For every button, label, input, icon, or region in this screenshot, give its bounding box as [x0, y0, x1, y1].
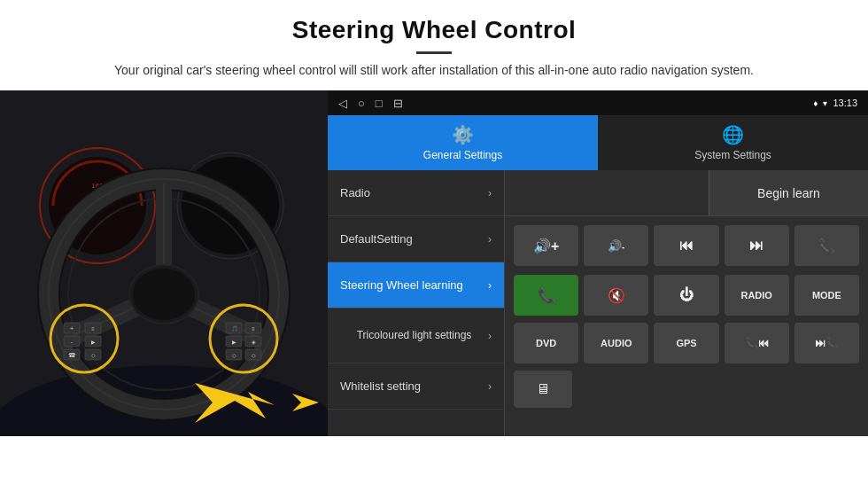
vol-down-button[interactable]: 🔊-	[584, 225, 648, 266]
gps-button[interactable]: GPS	[654, 323, 718, 363]
tab-system[interactable]: 🌐 System Settings	[598, 115, 868, 170]
menu-item-whitelist[interactable]: Whitelist setting ›	[328, 363, 504, 410]
next-track-button[interactable]: ⏭	[725, 225, 789, 266]
chevron-right-icon: ›	[488, 279, 492, 292]
svg-text:☎: ☎	[68, 352, 76, 358]
begin-learn-label: Begin learn	[757, 186, 820, 200]
audio-label: AUDIO	[601, 338, 632, 348]
power-button[interactable]: ⏻	[654, 275, 718, 316]
dvd-button[interactable]: DVD	[514, 323, 578, 363]
call-icon: 📞	[818, 238, 835, 254]
menu-default-label: DefaultSetting	[340, 232, 488, 246]
svg-text:◈: ◈	[252, 340, 256, 345]
mode-label: MODE	[812, 290, 841, 301]
call-next-button[interactable]: ⏭📞	[794, 323, 859, 363]
nav-icons: ◁ ○ □ ⊟	[338, 97, 403, 110]
back-icon[interactable]: ◁	[338, 97, 347, 110]
menu-steering-label: Steering Wheel learning	[340, 278, 488, 292]
signal-icon: ▾	[823, 98, 827, 108]
menu-tricoloured-label: Tricoloured light settings	[340, 329, 488, 343]
vol-up-icon: 🔊+	[533, 238, 559, 254]
page-subtitle: Your original car's steering wheel contr…	[53, 61, 815, 80]
vol-up-button[interactable]: 🔊+	[514, 225, 578, 266]
menu-whitelist-label: Whitelist setting	[340, 379, 488, 393]
next-track-icon: ⏭	[749, 238, 763, 254]
gps-label: GPS	[676, 338, 696, 348]
prev-track-button[interactable]: ⏮	[654, 225, 718, 266]
time-display: 13:13	[833, 98, 857, 108]
page-title: Steering Wheel Control	[53, 16, 815, 44]
settings-panel: Begin learn 🔊+ 🔊- ⏮ ⏭	[505, 170, 868, 436]
tab-general[interactable]: ⚙️ General Settings	[328, 115, 598, 170]
control-buttons-row4: 🖥	[505, 371, 868, 413]
chevron-right-icon: ›	[488, 187, 492, 199]
control-buttons-row1: 🔊+ 🔊- ⏮ ⏭ 📞	[505, 216, 868, 275]
menu-item-default[interactable]: DefaultSetting ›	[328, 216, 504, 262]
chevron-right-icon: ›	[488, 330, 492, 342]
answer-icon: 📞	[538, 287, 555, 304]
menu-item-tricoloured[interactable]: Tricoloured light settings ›	[328, 309, 504, 363]
radio-label: RADIO	[740, 290, 771, 301]
svg-text:▶: ▶	[91, 340, 96, 345]
settings-menu: Radio › DefaultSetting › Steering Wheel …	[328, 170, 505, 436]
title-divider	[416, 51, 452, 54]
location-icon: ♦	[813, 98, 818, 108]
recents-icon[interactable]: □	[376, 97, 383, 110]
radio-button[interactable]: RADIO	[725, 275, 789, 316]
chevron-right-icon: ›	[488, 380, 492, 393]
svg-point-20	[133, 269, 195, 320]
menu-icon[interactable]: ⊟	[393, 97, 403, 110]
mode-button[interactable]: MODE	[794, 275, 859, 316]
screen-icon: 🖥	[536, 381, 550, 397]
vol-down-icon: 🔊-	[608, 239, 624, 253]
android-unit: ◁ ○ □ ⊟ ♦ ▾ 13:13 ⚙️ General Settings 🌐 …	[328, 90, 868, 436]
control-buttons-row3: DVD AUDIO GPS 📞⏮ ⏭📞	[505, 323, 868, 371]
prev-track-icon: ⏮	[679, 238, 694, 254]
svg-text:◇: ◇	[232, 353, 236, 358]
svg-text:+: +	[70, 325, 74, 332]
answer-button[interactable]: 📞	[514, 275, 578, 316]
begin-learn-button[interactable]: Begin learn	[709, 170, 868, 215]
call-prev-icon: 📞⏮	[745, 337, 769, 349]
settings-content: Radio › DefaultSetting › Steering Wheel …	[328, 170, 868, 436]
main-content: 160 km/h	[0, 90, 868, 436]
system-settings-icon: 🌐	[722, 124, 744, 145]
status-bar: ◁ ○ □ ⊟ ♦ ▾ 13:13	[328, 90, 868, 115]
dvd-label: DVD	[536, 338, 556, 348]
status-icons: ♦ ▾ 13:13	[813, 98, 857, 108]
home-icon[interactable]: ○	[358, 97, 365, 110]
call-button[interactable]: 📞	[794, 225, 859, 266]
svg-text:◇: ◇	[91, 353, 96, 358]
call-prev-button[interactable]: 📞⏮	[725, 323, 789, 363]
car-image: 160 km/h	[0, 90, 328, 436]
general-settings-icon: ⚙️	[452, 124, 474, 145]
panel-empty-space	[505, 170, 709, 215]
svg-text:◇: ◇	[252, 353, 256, 358]
menu-radio-label: Radio	[340, 186, 488, 199]
page-header: Steering Wheel Control Your original car…	[0, 0, 868, 90]
menu-item-radio[interactable]: Radio ›	[328, 170, 504, 216]
menu-item-steering[interactable]: Steering Wheel learning ›	[328, 262, 504, 309]
audio-button[interactable]: AUDIO	[584, 323, 648, 363]
tab-bar: ⚙️ General Settings 🌐 System Settings	[328, 115, 868, 170]
panel-top-row: Begin learn	[505, 170, 868, 216]
tab-general-label: General Settings	[423, 149, 502, 161]
power-icon: ⏻	[679, 287, 694, 303]
mute-button[interactable]: 🔇	[584, 275, 648, 316]
svg-text:▶: ▶	[232, 340, 236, 345]
svg-text:🎵: 🎵	[231, 325, 238, 332]
control-buttons-row2: 📞 🔇 ⏻ RADIO MODE	[505, 275, 868, 323]
screen-button[interactable]: 🖥	[514, 371, 572, 408]
mute-icon: 🔇	[608, 287, 625, 304]
call-next-icon: ⏭📞	[815, 337, 839, 349]
tab-system-label: System Settings	[694, 149, 771, 161]
chevron-right-icon: ›	[488, 233, 492, 246]
svg-text:≡: ≡	[252, 326, 255, 332]
svg-text:≡: ≡	[91, 326, 95, 332]
